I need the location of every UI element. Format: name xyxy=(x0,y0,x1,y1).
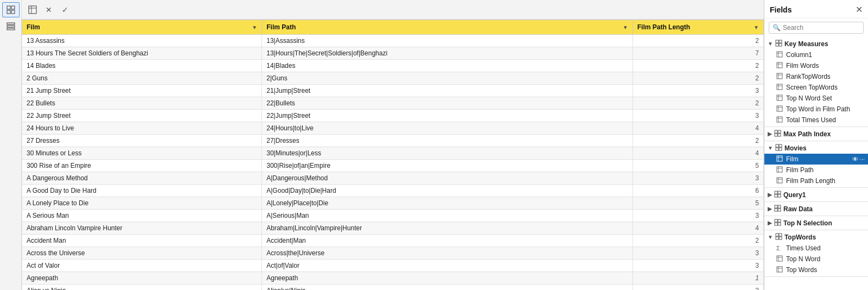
field-label: Film xyxy=(786,155,799,163)
grid-action-button[interactable] xyxy=(26,3,39,16)
path-sort-icon[interactable]: ▼ xyxy=(623,24,628,30)
group-header-topwords[interactable]: ▼TopWords xyxy=(764,231,868,243)
table-row[interactable]: Act of ValorAct|of|Valor3 xyxy=(22,260,764,272)
path-cell: A|Serious|Man xyxy=(262,210,633,222)
svg-rect-11 xyxy=(779,40,782,43)
length-column-header[interactable]: Film Path Length ▼ xyxy=(633,20,763,35)
svg-rect-41 xyxy=(776,148,778,150)
field-item-total-times-used[interactable]: Total Times Used xyxy=(764,115,868,125)
section-divider xyxy=(764,201,868,202)
table-row[interactable]: A Serious ManA|Serious|Man3 xyxy=(22,210,764,222)
svg-rect-57 xyxy=(778,205,781,208)
field-label: Film Path Length xyxy=(786,177,835,185)
table-row[interactable]: 27 Dresses27|Dresses2 xyxy=(22,135,764,147)
section-divider xyxy=(764,187,868,188)
table-container[interactable]: Film ▼ Film Path ▼ Film Path Length xyxy=(22,20,764,290)
field-label: Top Words xyxy=(786,266,817,274)
group-header-movies[interactable]: ▼Movies xyxy=(764,142,868,154)
table-row[interactable]: A Dangerous MethodA|Dangerous|Method3 xyxy=(22,172,764,185)
chevron-icon: ▼ xyxy=(768,234,773,240)
film-cell: A Serious Man xyxy=(22,210,262,222)
table-row[interactable]: 30 Minutes or Less30|Minutes|or|Less4 xyxy=(22,147,764,160)
table-row[interactable]: 300 Rise of an Empire300|Rise|of|an|Empi… xyxy=(22,160,764,172)
length-sort-icon[interactable]: ▼ xyxy=(754,24,759,30)
table-row[interactable]: Alien vs NinjaAlien|vs|Ninja3 xyxy=(22,285,764,291)
film-cell: Across the Universe xyxy=(22,247,262,260)
svg-rect-58 xyxy=(775,209,777,211)
film-column-header[interactable]: Film ▼ xyxy=(22,20,262,35)
field-item-top-words[interactable]: Top Words xyxy=(764,264,868,275)
group-header-key-measures[interactable]: ▼Key Measures xyxy=(764,38,868,49)
table-row[interactable]: 21 Jump Street21|Jump|Street3 xyxy=(22,85,764,97)
table-row[interactable]: Abraham Lincoln Vampire HunterAbraham|Li… xyxy=(22,222,764,235)
film-cell: Abraham Lincoln Vampire Hunter xyxy=(22,222,262,235)
field-item-screen-topwords[interactable]: Screen TopWords xyxy=(764,82,868,93)
eye-icon[interactable]: 👁 ··· xyxy=(852,156,865,162)
table-row[interactable]: A Good Day to Die HardA|Good|Day|to|Die|… xyxy=(22,185,764,197)
table-row[interactable]: Accident ManAccident|Man2 xyxy=(22,235,764,247)
table-row[interactable]: 22 Jump Street22|Jump|Street3 xyxy=(22,110,764,122)
path-cell: 27|Dresses xyxy=(262,135,633,147)
svg-rect-29 xyxy=(777,106,782,111)
close-button[interactable]: ✕ xyxy=(42,3,55,16)
field-label: Total Times Used xyxy=(786,116,836,124)
group-icon xyxy=(774,205,781,213)
table-row[interactable]: 2 Guns2|Guns2 xyxy=(22,72,764,85)
field-label: Film Words xyxy=(786,62,819,70)
grid-view-button[interactable] xyxy=(2,2,20,17)
field-item-film[interactable]: Film👁 ··· xyxy=(764,154,868,165)
svg-rect-66 xyxy=(776,237,778,239)
confirm-button[interactable]: ✓ xyxy=(59,3,72,16)
group-icon xyxy=(775,233,782,241)
field-item-column1[interactable]: Column1 xyxy=(764,49,868,60)
panel-title: Fields xyxy=(770,5,792,14)
field-item-film-words[interactable]: Film Words xyxy=(764,60,868,71)
svg-rect-38 xyxy=(778,134,781,136)
svg-rect-53 xyxy=(778,191,781,194)
field-item-top-word-in-film-path[interactable]: Top Word in Film Path xyxy=(764,104,868,115)
table-row[interactable]: 24 Hours to Live24|Hours|to|Live4 xyxy=(22,122,764,135)
field-item-times-used[interactable]: ΣTimes Used xyxy=(764,243,868,254)
table-row[interactable]: 13 Assassins13|Assassins2 xyxy=(22,35,764,47)
table-row[interactable]: 13 Hours The Secret Soldiers of Benghazi… xyxy=(22,47,764,60)
field-item-top-n-word-set[interactable]: Top N Word Set xyxy=(764,93,868,104)
field-type-icon xyxy=(776,266,784,274)
group-header-raw-data[interactable]: ▶Raw Data xyxy=(764,203,868,215)
path-cell: 14|Blades xyxy=(262,60,633,72)
table-row[interactable]: 22 Bullets22|Bullets2 xyxy=(22,97,764,110)
group-label: Max Path Index xyxy=(783,130,831,138)
length-cell: 5 xyxy=(633,197,763,210)
group-label: Raw Data xyxy=(783,205,813,213)
film-sort-icon[interactable]: ▼ xyxy=(252,24,257,30)
group-label: Top N Selection xyxy=(783,219,832,227)
film-cell: Alien vs Ninja xyxy=(22,285,262,291)
field-type-icon xyxy=(776,84,784,91)
data-table: Film ▼ Film Path ▼ Film Path Length xyxy=(22,20,764,290)
length-cell: 2 xyxy=(633,60,763,72)
table-row[interactable]: Across the UniverseAcross|the|Universe3 xyxy=(22,247,764,260)
length-cell: 4 xyxy=(633,222,763,235)
film-cell: Accident Man xyxy=(22,235,262,247)
group-header-top-n-selection[interactable]: ▶Top N Selection xyxy=(764,217,868,229)
panel-close-button[interactable]: ✕ xyxy=(856,4,863,15)
svg-rect-7 xyxy=(29,6,36,14)
table-row[interactable]: A Lonely Place to DieA|Lonely|Place|to|D… xyxy=(22,197,764,210)
field-item-top-n-word[interactable]: Top N Word xyxy=(764,254,868,264)
svg-rect-59 xyxy=(778,209,781,211)
list-view-button[interactable] xyxy=(2,18,20,34)
field-item-film-path[interactable]: Film Path xyxy=(764,165,868,175)
svg-rect-63 xyxy=(778,223,781,225)
path-column-header[interactable]: Film Path ▼ xyxy=(262,20,633,35)
field-item-film-path-length[interactable]: Film Path Length xyxy=(764,175,868,186)
table-row[interactable]: AgneepathAgneepath1 xyxy=(22,272,764,285)
group-header-query1[interactable]: ▶Query1 xyxy=(764,189,868,200)
field-label: Top N Word xyxy=(786,255,820,263)
search-input[interactable] xyxy=(783,24,864,31)
search-icon: 🔍 xyxy=(773,24,781,31)
field-type-icon xyxy=(776,73,784,80)
table-row[interactable]: 14 Blades14|Blades2 xyxy=(22,60,764,72)
field-item-ranktopwords[interactable]: RankTopWords xyxy=(764,71,868,82)
field-label: Screen TopWords xyxy=(786,84,838,91)
group-header-max-path-index[interactable]: ▶Max Path Index xyxy=(764,128,868,140)
search-box[interactable]: 🔍 xyxy=(769,22,864,34)
